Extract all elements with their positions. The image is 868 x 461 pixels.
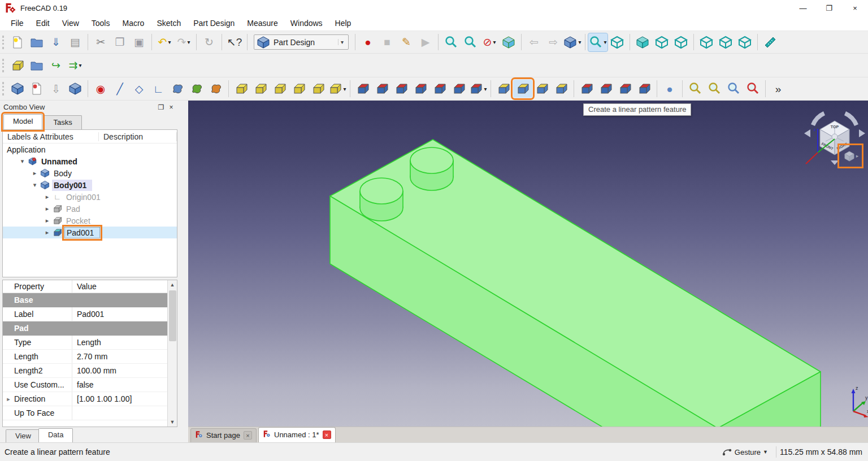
property-group-pad[interactable]: Pad: [3, 321, 167, 336]
nav-cube-menu-button[interactable]: ▸: [840, 146, 861, 166]
refresh-measurement-button[interactable]: [724, 80, 743, 98]
property-value[interactable]: false: [72, 380, 167, 389]
restore-button[interactable]: ❐: [816, 0, 842, 16]
new-document-button[interactable]: [8, 33, 27, 51]
nav-back-button[interactable]: ⇦: [524, 33, 544, 51]
revolution-button[interactable]: [251, 80, 270, 98]
additive-primitive-button[interactable]: ▾: [328, 80, 347, 98]
property-value[interactable]: 100.00 mm: [72, 366, 167, 375]
tree-item-pad[interactable]: ▸Pad: [3, 203, 177, 215]
copy-button[interactable]: ❐: [110, 33, 129, 51]
navigation-style-dropdown[interactable]: Gesture ▼: [718, 448, 772, 456]
minimize-button[interactable]: —: [790, 0, 816, 16]
tab-view[interactable]: View: [6, 429, 41, 442]
make-link-button[interactable]: ↪: [46, 56, 66, 75]
save-document-button[interactable]: ⇓: [46, 33, 66, 51]
toolbar-handle[interactable]: [2, 59, 5, 72]
scroll-up-icon[interactable]: ▲: [170, 280, 175, 289]
groove-button[interactable]: [392, 80, 411, 98]
macro-stop-button[interactable]: ■: [377, 33, 397, 51]
datum-line-button[interactable]: ╱: [110, 80, 129, 98]
pocket-button[interactable]: [353, 80, 372, 98]
tab-tasks[interactable]: Tasks: [44, 115, 81, 129]
tree-expander-icon[interactable]: ▸: [42, 217, 52, 224]
menu-help[interactable]: Help: [329, 16, 358, 30]
menu-measure[interactable]: Measure: [241, 16, 284, 30]
hole-button[interactable]: [372, 80, 392, 98]
edit-sketch-button[interactable]: ⇩: [46, 80, 66, 98]
map-sketch-to-face-button[interactable]: [66, 80, 85, 98]
multi-transform-button[interactable]: [552, 80, 571, 98]
shape-binder-button[interactable]: [168, 80, 187, 98]
tree-item-origin001[interactable]: ▸∟Origin001: [3, 191, 177, 203]
linear-pattern-button[interactable]: [513, 80, 532, 98]
document-tab-start-page[interactable]: Start page×: [190, 428, 257, 442]
menu-file[interactable]: File: [5, 16, 30, 30]
menu-tools[interactable]: Tools: [85, 16, 116, 30]
menu-edit[interactable]: Edit: [30, 16, 56, 30]
menu-sketch[interactable]: Sketch: [150, 16, 187, 30]
create-group-button[interactable]: [27, 56, 46, 75]
pad-button[interactable]: [232, 80, 251, 98]
property-expander-icon[interactable]: ▸: [3, 395, 14, 403]
fillet-button[interactable]: [577, 80, 596, 98]
subtractive-pipe-button[interactable]: [430, 80, 449, 98]
create-part-button[interactable]: [8, 56, 27, 75]
open-document-button[interactable]: [27, 33, 46, 51]
clear-measurement-button[interactable]: [743, 80, 762, 98]
refresh-button[interactable]: ↻: [199, 33, 219, 51]
3d-viewport[interactable]: TOP FRONT RIGHT z ▸ z y x: [188, 101, 868, 427]
additive-pipe-button[interactable]: [289, 80, 309, 98]
fit-selection-button[interactable]: [461, 33, 480, 51]
close-tab-icon[interactable]: ×: [323, 430, 331, 439]
measure-distance-button[interactable]: [761, 33, 780, 51]
whats-this-button[interactable]: ↖?: [225, 33, 244, 51]
additive-helix-button[interactable]: [309, 80, 328, 98]
close-button[interactable]: ×: [842, 0, 868, 16]
view-left-button[interactable]: [735, 33, 754, 51]
property-scrollbar[interactable]: ▲ ▼: [167, 280, 177, 427]
sub-shape-binder-button[interactable]: [206, 80, 225, 98]
draft-button[interactable]: [615, 80, 635, 98]
paste-button[interactable]: ▣: [129, 33, 149, 51]
tree-item-pad001[interactable]: ▸Pad001: [3, 227, 177, 238]
mirrored-button[interactable]: [494, 80, 513, 98]
redo-button[interactable]: ↷▾: [174, 33, 193, 51]
view-front-button[interactable]: [633, 33, 652, 51]
view-top-button[interactable]: [652, 33, 671, 51]
tree-item-unnamed[interactable]: ▾Unnamed: [3, 155, 177, 167]
datum-plane-button[interactable]: ◇: [129, 80, 149, 98]
macro-edit-button[interactable]: ✎: [397, 33, 416, 51]
model-pad001-brick[interactable]: [188, 101, 868, 427]
measure-angular-button[interactable]: [705, 80, 724, 98]
polar-pattern-button[interactable]: [532, 80, 552, 98]
draw-style-button[interactable]: ⊘▾: [480, 33, 499, 51]
tab-model[interactable]: Model: [3, 114, 42, 129]
create-sketch-button[interactable]: [27, 80, 46, 98]
close-tab-icon[interactable]: ×: [244, 431, 252, 440]
float-panel-icon[interactable]: ❐: [156, 103, 166, 111]
property-value[interactable]: Length: [72, 338, 167, 347]
tree-item-pocket[interactable]: ▸Pocket: [3, 215, 177, 227]
menu-part-design[interactable]: Part Design: [187, 16, 241, 30]
boolean-operation-button[interactable]: ●: [660, 80, 679, 98]
tree-item-application[interactable]: Application: [3, 143, 177, 155]
cut-button[interactable]: ✂: [91, 33, 110, 51]
subtractive-primitive-button[interactable]: ▾: [468, 80, 488, 98]
property-value[interactable]: [1.00 1.00 1.00]: [72, 394, 167, 403]
additive-loft-button[interactable]: [270, 80, 289, 98]
toolbar-handle[interactable]: [2, 36, 5, 49]
property-value[interactable]: 2.70 mm: [72, 352, 167, 361]
clone-button[interactable]: [187, 80, 206, 98]
property-value[interactable]: Pad001: [72, 310, 167, 319]
tree-item-body[interactable]: ▸Body: [3, 167, 177, 179]
fit-all-button[interactable]: [441, 33, 461, 51]
menu-macro[interactable]: Macro: [116, 16, 150, 30]
menu-windows[interactable]: Windows: [284, 16, 329, 30]
close-panel-icon[interactable]: ×: [166, 103, 176, 111]
view-right-button[interactable]: [671, 33, 691, 51]
tree-expander-icon[interactable]: ▸: [42, 205, 52, 212]
subtractive-helix-button[interactable]: [449, 80, 468, 98]
view-isometric-button[interactable]: ▾: [563, 33, 582, 51]
view-bottom-button[interactable]: [716, 33, 735, 51]
